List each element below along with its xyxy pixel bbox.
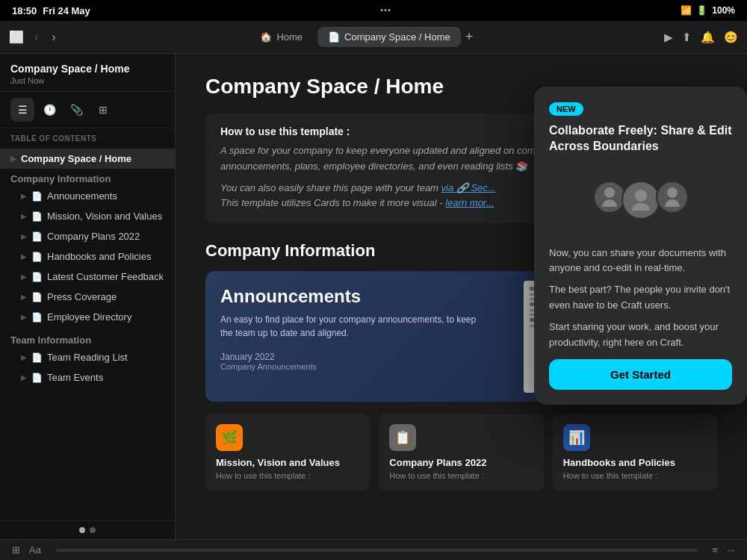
sidebar-item-press-label: Press Coverage [47,291,117,302]
card-icon-plans: 📋 [389,424,416,451]
clock-button[interactable]: 🕐 [37,98,61,122]
person-3-shape [665,187,680,207]
sidebar-item-feedback[interactable]: ▶ 📄 Latest Customer Feedback [0,267,175,287]
sidebar-item-directory-label: Employee Directory [47,311,131,323]
nav-back-button[interactable]: ‹ [31,28,41,47]
card-desc-mission: How to use this template : [216,471,359,480]
sidebar-item-announcements[interactable]: ▶ 📄 Announcements [0,186,175,206]
toc-label: TABLE OF CONTENTS [0,128,175,146]
tab-home[interactable]: 🏠 Home [249,27,313,47]
expand-arrow-icon-dir: ▶ [21,313,27,321]
sidebar-item-handbooks[interactable]: ▶ 📄 Handbooks and Policies [0,246,175,267]
expand-arrow-icon-ev: ▶ [21,373,27,382]
sidebar-item-handbooks-label: Handbooks and Policies [47,251,151,262]
more-button[interactable]: ··· [727,544,735,556]
sidebar-toggle-icon[interactable]: ⬜ [9,30,24,44]
doc-icon-pln: 📄 [31,231,43,242]
sidebar-item-home-label: Company Space / Home [21,153,131,164]
doc-icon-pr: 📄 [31,292,43,302]
dot-2 [90,527,96,533]
person-body-3 [665,199,680,207]
sidebar-item-directory[interactable]: ▶ 📄 Employee Directory [0,307,175,327]
get-started-button[interactable]: Get Started [549,359,732,390]
popup-overlay: NEW Collaborate Freely: Share & Edit Acr… [534,87,747,405]
doc-icon-ev: 📄 [31,373,43,383]
bell-icon[interactable]: 🔔 [701,31,715,44]
sidebar-item-reading[interactable]: ▶ 📄 Team Reading List [0,347,175,367]
sidebar-item-events-label: Team Events [47,372,103,383]
card-desc-handbooks: How to use this template : [563,471,707,480]
expand-arrow-icon-fb: ▶ [21,273,27,281]
card-title-mission: Mission, Vision and Values [216,457,359,468]
learn-more-link[interactable]: learn mor... [445,197,494,208]
sidebar-item-mission-label: Mission, Vision and Values [47,211,162,222]
popup-body: Now, you can share your documents with a… [549,246,732,351]
emoji-icon[interactable]: 😊 [724,31,738,44]
tab-doc-icon: 📄 [328,31,340,43]
add-tab-button[interactable]: + [465,29,474,45]
person-1 [593,181,626,214]
tab-home-label: Home [276,31,303,43]
play-icon[interactable]: ▶ [664,31,673,44]
card-mission[interactable]: 🌿 Mission, Vision and Values How to use … [205,414,370,491]
sidebar-item-home[interactable]: ▶ Company Space / Home [0,149,175,169]
sidebar-item-plans-label: Company Plans 2022 [47,231,140,242]
card-icon-mission: 🌿 [216,424,243,451]
home-icon: 🏠 [260,31,272,43]
share-link[interactable]: via 🔗 Sec... [441,182,496,193]
status-bar: 18:50 Fri 24 May ··· 📶 🔋 100% [0,0,747,21]
sidebar: Company Space / Home Just Now ☰ 🕐 📎 ⊞ TA… [0,54,176,539]
sidebar-item-events[interactable]: ▶ 📄 Team Events [0,367,175,388]
sidebar-item-plans[interactable]: ▶ 📄 Company Plans 2022 [0,226,175,246]
nav-forward-button[interactable]: › [49,28,58,47]
tab-bar-center: 🏠 Home 📄 Company Space / Home + [65,27,658,47]
status-center-dots: ··· [380,3,391,19]
doc-icon-fb: 📄 [31,272,43,282]
sidebar-section-team: Team Information [0,327,175,347]
doc-icon-ann: 📄 [31,191,43,202]
popup-title: Collaborate Freely: Share & Edit Across … [549,123,732,155]
add-content-button[interactable]: ⊞ [12,544,20,556]
card-title-plans: Company Plans 2022 [389,457,533,468]
person-head-1 [604,187,615,198]
toc-button[interactable]: ☰ [10,98,34,122]
people-group-icon [593,181,689,220]
sidebar-section-company: Company Information [0,169,175,186]
card-plans[interactable]: 📋 Company Plans 2022 How to use this tem… [379,414,543,491]
tab-bar-right: ▶ ⬆ 🔔 😊 [664,31,738,44]
person-2-shape [632,190,650,211]
font-button[interactable]: Aa [29,544,41,556]
scroll-indicator [56,549,698,552]
person-1-shape [602,187,617,207]
grid-button[interactable]: ⊞ [91,98,115,122]
sidebar-item-press[interactable]: ▶ 📄 Press Coverage [0,287,175,307]
ann-card-desc: An easy to find place for your company a… [220,313,486,340]
attachment-button[interactable]: 📎 [64,98,88,122]
sidebar-header: Company Space / Home Just Now [0,54,175,92]
doc-icon-dir: 📄 [31,312,43,323]
card-handbooks[interactable]: 📊 Handbooks and Policies How to use this… [553,414,717,491]
doc-icon-hbk: 📄 [31,252,43,262]
dot-1 [79,527,85,533]
expand-arrow-icon-pr: ▶ [21,293,27,301]
sidebar-toolbar: ☰ 🕐 📎 ⊞ [0,92,175,128]
person-body-1 [602,199,617,207]
status-date: Fri 24 May [43,5,90,16]
tab-bar: ⬜ ‹ › 🏠 Home 📄 Company Space / Home + ▶ … [0,21,747,54]
person-head-3 [667,187,678,198]
menu-button[interactable]: ≡ [713,544,719,556]
share-icon[interactable]: ⬆ [682,31,692,44]
sidebar-item-feedback-label: Latest Customer Feedback [47,271,164,282]
popup-body-1: Now, you can share your documents with a… [549,246,732,277]
expand-arrow-icon-hbk: ▶ [21,252,27,261]
sidebar-item-reading-label: Team Reading List [47,352,128,363]
bottom-toolbar-left: ⊞ Aa [12,544,41,556]
battery-percent: 100% [712,5,735,16]
popup-badge: NEW [549,102,583,116]
person-3 [656,181,689,214]
person-2 [622,181,660,220]
tab-active[interactable]: 📄 Company Space / Home [317,27,461,47]
sidebar-doc-title: Company Space / Home [10,63,164,75]
sidebar-doc-subtitle: Just Now [10,76,164,85]
sidebar-item-mission[interactable]: ▶ 📄 Mission, Vision and Values [0,206,175,226]
